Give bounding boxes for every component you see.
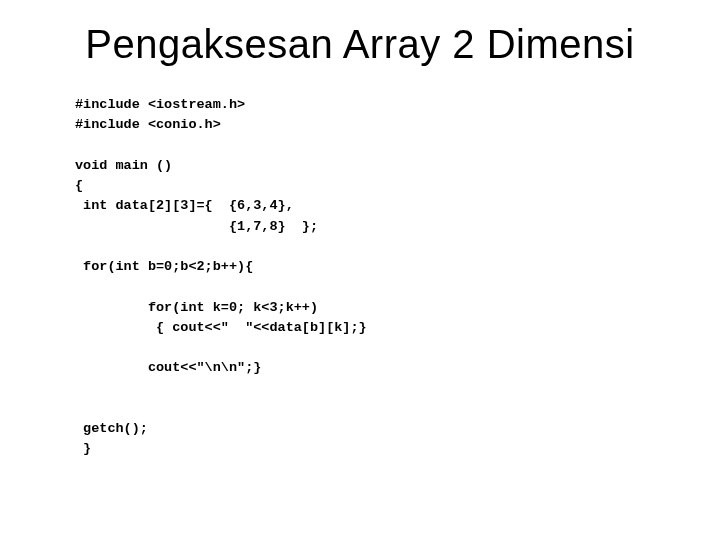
code-line: { cout<<" "<<data[b][k];} xyxy=(75,320,367,335)
slide-title: Pengaksesan Array 2 Dimensi xyxy=(75,22,645,67)
code-line: #include <iostream.h> xyxy=(75,97,245,112)
code-line: int data[2][3]={ {6,3,4}, xyxy=(75,198,294,213)
code-line: #include <conio.h> xyxy=(75,117,221,132)
code-line: for(int k=0; k<3;k++) xyxy=(75,300,318,315)
code-block: #include <iostream.h> #include <conio.h>… xyxy=(75,95,645,460)
code-line: for(int b=0;b<2;b++){ xyxy=(75,259,253,274)
code-line: getch(); xyxy=(75,421,148,436)
code-line: cout<<"\n\n";} xyxy=(75,360,261,375)
slide-container: Pengaksesan Array 2 Dimensi #include <io… xyxy=(0,0,720,540)
code-line: {1,7,8} }; xyxy=(75,219,318,234)
code-line: void main () xyxy=(75,158,172,173)
code-line: } xyxy=(75,441,91,456)
code-line: { xyxy=(75,178,83,193)
